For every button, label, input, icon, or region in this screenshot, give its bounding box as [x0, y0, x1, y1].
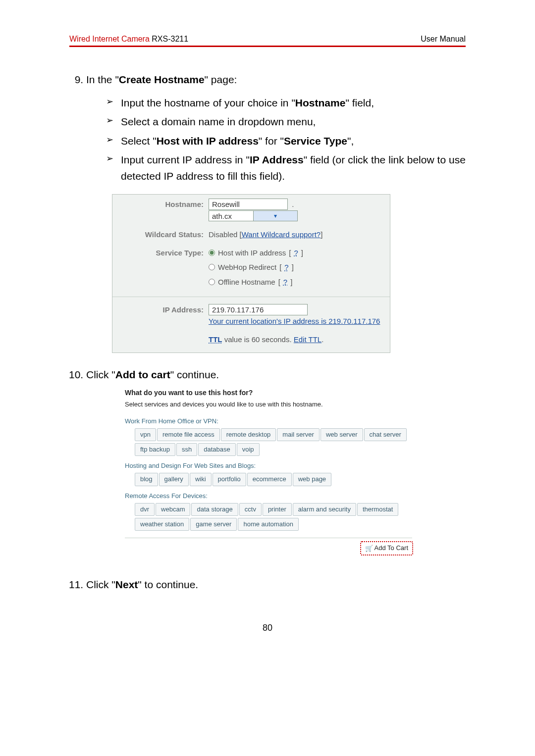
service-tag[interactable]: portfolio	[213, 473, 246, 486]
service-tag[interactable]: chat server	[364, 428, 407, 441]
service-tag[interactable]: thermostat	[357, 503, 398, 516]
service-tag[interactable]: weather station	[135, 518, 189, 531]
service-tag[interactable]: vpn	[135, 428, 156, 441]
services-screenshot: What do you want to use this host for? S…	[121, 386, 416, 563]
services-subtext: Select services and devices you would li…	[125, 400, 412, 409]
page-number: 80	[69, 623, 466, 633]
step-10: Click "Add to cart" continue. What do yo…	[86, 367, 466, 563]
doc-title: Wired Internet Camera RXS-3211	[69, 35, 188, 44]
step-11: Click "Next" to continue.	[86, 577, 466, 593]
service-tag[interactable]: voip	[237, 443, 260, 456]
service-tag[interactable]: web server	[321, 428, 363, 441]
service-tag[interactable]: dvr	[135, 503, 155, 516]
doc-header: Wired Internet Camera RXS-3211 User Manu…	[69, 35, 466, 47]
ttl-term[interactable]: TTL	[209, 335, 222, 344]
step9-bullets: Input the hostname of your choice in "Ho…	[86, 95, 466, 185]
doc-section: User Manual	[421, 35, 466, 44]
help-icon[interactable]: ?	[294, 247, 298, 258]
service-tag[interactable]: ftp backup	[135, 443, 175, 456]
service-tag[interactable]: web page	[293, 473, 331, 486]
hostname-form-screenshot: Hostname: . ath.cx ▾ Wildcard Status:	[112, 194, 390, 353]
wildcard-link[interactable]: Want Wildcard support?	[242, 230, 321, 239]
service-tag-row: dvrwebcamdata storagecctvprinteralarm an…	[125, 503, 412, 533]
ttl-line: TTL value is 60 seconds. Edit TTL.	[209, 334, 383, 345]
service-tag[interactable]: gallery	[159, 473, 189, 486]
help-icon[interactable]: ?	[284, 261, 288, 273]
wildcard-label: Wildcard Status:	[119, 229, 209, 240]
ip-input[interactable]	[209, 304, 308, 315]
service-group-title: Remote Access For Devices:	[125, 491, 412, 501]
service-tag[interactable]: game server	[190, 518, 237, 531]
step-9: In the "Create Hostname" page: Input the…	[86, 72, 466, 353]
product-model: RXS-3211	[150, 35, 188, 43]
service-tag-row: vpnremote file accessremote desktopmail …	[125, 428, 412, 458]
services-heading: What do you want to use this host for?	[125, 388, 412, 399]
hostname-label: Hostname:	[119, 199, 209, 222]
ip-detect-link[interactable]: Your current location's IP address is 21…	[209, 317, 380, 325]
domain-separator: .	[290, 200, 296, 208]
service-tag[interactable]: ecommerce	[247, 473, 292, 486]
domain-value: ath.cx	[209, 210, 253, 222]
chevron-down-icon: ▾	[253, 211, 298, 221]
radio-host-ip-input[interactable]	[209, 250, 215, 256]
service-tag[interactable]: webcam	[156, 503, 190, 516]
add-to-cart-button[interactable]: 🛒Add To Cart	[360, 541, 413, 555]
service-tag[interactable]: remote file access	[157, 428, 220, 441]
service-group-title: Hosting and Design For Web Sites and Blo…	[125, 461, 412, 471]
step9-intro: In the "Create Hostname" page:	[86, 74, 237, 85]
service-tag[interactable]: cctv	[239, 503, 262, 516]
service-group-title: Work From Home Office or VPN:	[125, 416, 412, 426]
step9-bullet-3: Select "Host with IP address" for "Servi…	[106, 133, 466, 150]
step9-bullet-1: Input the hostname of your choice in "Ho…	[106, 95, 466, 111]
service-tag[interactable]: wiki	[190, 473, 212, 486]
service-tag-row: bloggallerywikiportfolioecommerceweb pag…	[125, 473, 412, 488]
hostname-input[interactable]	[209, 199, 288, 210]
radio-offline[interactable]: Offline Hostname [?]	[209, 276, 383, 288]
radio-offline-input[interactable]	[209, 279, 215, 285]
service-tag[interactable]: data storage	[191, 503, 238, 516]
product-name: Wired Internet Camera	[69, 35, 150, 43]
service-tag[interactable]: alarm and security	[293, 503, 356, 516]
divider	[112, 297, 390, 297]
step9-bullet-4: Input current IP address in "IP Address"…	[106, 152, 466, 184]
service-tag[interactable]: remote desktop	[221, 428, 276, 441]
edit-ttl-link[interactable]: Edit TTL	[294, 335, 321, 344]
help-icon[interactable]: ?	[283, 276, 287, 288]
step9-bullet-2: Select a domain name in dropdown menu,	[106, 114, 466, 130]
ip-label: IP Address:	[119, 304, 209, 346]
service-tag[interactable]: home automation	[238, 518, 298, 531]
service-tag[interactable]: ssh	[176, 443, 197, 456]
domain-dropdown[interactable]: ath.cx ▾	[209, 210, 298, 221]
service-tag[interactable]: printer	[263, 503, 292, 516]
service-type-label: Service Type:	[119, 247, 209, 291]
wildcard-value: Disabled [Want Wildcard support?]	[209, 229, 383, 240]
service-tag[interactable]: mail server	[277, 428, 320, 441]
service-tag[interactable]: blog	[135, 473, 158, 486]
cart-icon: 🛒	[365, 544, 373, 554]
radio-host-ip[interactable]: Host with IP address [?]	[209, 247, 383, 258]
service-tag[interactable]: database	[198, 443, 236, 456]
services-footer: 🛒Add To Cart	[125, 538, 412, 563]
radio-webhop-input[interactable]	[209, 264, 215, 270]
radio-webhop[interactable]: WebHop Redirect [?]	[209, 261, 383, 273]
